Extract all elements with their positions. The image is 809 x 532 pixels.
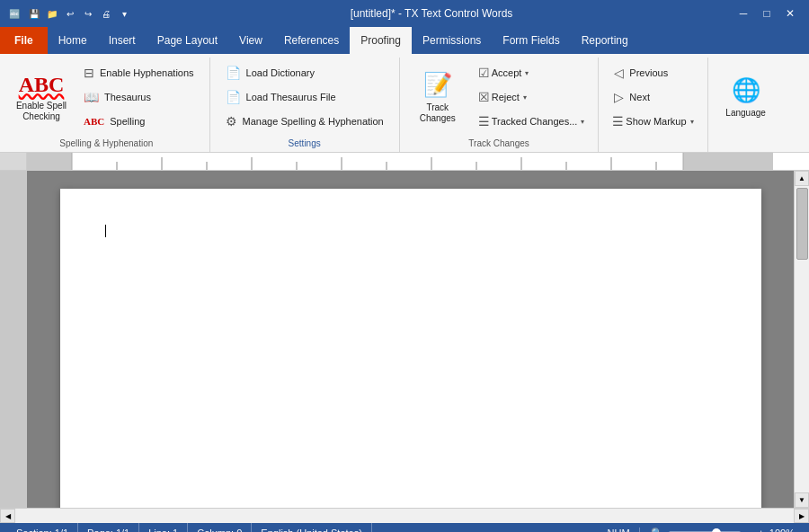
dropdown-icon[interactable]: ▾ (117, 6, 131, 21)
maximize-button[interactable]: □ (755, 4, 778, 22)
title-bar-left: 🔤 💾 📁 ↩ ↪ 🖨 ▾ (7, 6, 131, 21)
accept-dropdown-icon[interactable]: ▾ (525, 69, 529, 77)
scroll-track[interactable] (795, 186, 809, 492)
vertical-scrollbar[interactable]: ▲ ▼ (794, 171, 809, 508)
save-icon[interactable]: 💾 (27, 6, 41, 21)
load-thesaurus-icon: 📄 (226, 90, 241, 104)
show-markup-button[interactable]: ☰ Show Markup ▾ (606, 110, 699, 133)
next-icon: ▷ (614, 90, 624, 104)
spelling-group-label: Spelling & Hyphenation (11, 135, 202, 152)
app-icon: 🔤 (7, 6, 22, 21)
track-changes-button[interactable]: 📝 TrackChanges (407, 61, 468, 133)
accept-button[interactable]: ☑ Accept ▾ (472, 61, 591, 84)
scroll-left-button[interactable]: ◀ (0, 509, 15, 523)
show-markup-dropdown-icon[interactable]: ▾ (690, 118, 694, 126)
menu-bar: File Home Insert Page Layout View Refere… (0, 27, 809, 54)
thesaurus-button[interactable]: 📖 Thesaurus (76, 85, 202, 109)
reject-dropdown-icon[interactable]: ▾ (523, 93, 527, 102)
menu-file[interactable]: File (0, 27, 48, 54)
ribbon-group-track-content: 📝 TrackChanges ☑ Accept ▾ ☒ Reject ▾ ☰ T… (407, 61, 591, 135)
menu-proofing[interactable]: Proofing (350, 27, 412, 54)
document-scroll-area[interactable] (27, 171, 794, 508)
navigate-group-label (606, 145, 699, 152)
ribbon-group-language-content: 🌐 Language (716, 61, 777, 145)
spelling-small-col: ⊟ Enable Hyphenations 📖 Thesaurus ABC Sp… (76, 61, 202, 133)
spelling-icon: ABC (84, 116, 104, 127)
zoom-minus-icon[interactable]: ─ (746, 528, 753, 532)
reject-icon: ☒ (478, 90, 490, 104)
language-button[interactable]: 🌐 Language (716, 61, 777, 133)
text-cursor (105, 225, 106, 237)
navigate-small-col: ◁ Previous ▷ Next ☰ Show Markup ▾ (606, 61, 699, 133)
svg-rect-17 (0, 171, 27, 508)
undo-icon[interactable]: ↩ (63, 6, 77, 21)
next-button[interactable]: ▷ Next (606, 85, 699, 109)
svg-rect-1 (683, 153, 773, 170)
status-page: Page: 1/1 (78, 523, 139, 532)
zoom-level: 100% (769, 528, 795, 532)
enable-spell-checking-button[interactable]: ABC Enable SpellChecking (11, 61, 72, 133)
reject-button[interactable]: ☒ Reject ▾ (472, 85, 591, 109)
thesaurus-icon: 📖 (84, 90, 99, 104)
menu-page-layout[interactable]: Page Layout (147, 27, 228, 54)
load-thesaurus-button[interactable]: 📄 Load Thesaurus File (218, 85, 392, 109)
enable-hyphenations-label: Enable Hyphenations (100, 67, 194, 78)
main-area: ▲ ▼ (0, 171, 809, 508)
menu-reporting[interactable]: Reporting (571, 27, 639, 54)
tracked-changes-dropdown-icon[interactable]: ▾ (581, 118, 584, 126)
ribbon-group-spelling-content: ABC Enable SpellChecking ⊟ Enable Hyphen… (11, 61, 202, 135)
load-dictionary-label: Load Dictionary (246, 67, 315, 78)
load-thesaurus-label: Load Thesaurus File (246, 92, 336, 102)
load-dictionary-button[interactable]: 📄 Load Dictionary (218, 61, 392, 84)
document-page[interactable] (60, 189, 761, 508)
ribbon-group-language: 🌐 Language (708, 58, 784, 152)
scroll-down-button[interactable]: ▼ (795, 492, 809, 508)
ribbon-group-track-changes: 📝 TrackChanges ☑ Accept ▾ ☒ Reject ▾ ☰ T… (400, 58, 600, 152)
hscroll-track[interactable] (15, 509, 794, 523)
redo-icon[interactable]: ↪ (81, 6, 95, 21)
tracked-changes-label: Tracked Changes... (492, 116, 578, 127)
minimize-button[interactable]: ─ (732, 4, 755, 22)
status-section: Section: 1/1 (7, 523, 78, 532)
previous-icon: ◁ (614, 66, 624, 80)
quick-access-toolbar: 💾 📁 ↩ ↪ 🖨 ▾ (27, 6, 131, 21)
tracked-changes-button[interactable]: ☰ Tracked Changes... ▾ (472, 110, 591, 133)
horizontal-scrollbar[interactable]: ◀ ▶ (0, 508, 809, 523)
tracked-changes-icon: ☰ (478, 114, 490, 129)
spelling-button[interactable]: ABC Spelling (76, 110, 202, 133)
menu-references[interactable]: References (273, 27, 350, 54)
scroll-right-button[interactable]: ▶ (794, 509, 809, 523)
menu-home[interactable]: Home (48, 27, 98, 54)
menu-form-fields[interactable]: Form Fields (492, 27, 570, 54)
ribbon-group-settings-content: 📄 Load Dictionary 📄 Load Thesaurus File … (218, 61, 392, 135)
scroll-thumb[interactable] (796, 188, 808, 260)
track-changes-label: TrackChanges (420, 102, 456, 124)
window-title: [untitled]* - TX Text Control Words (351, 7, 513, 20)
previous-button[interactable]: ◁ Previous (606, 61, 699, 84)
menu-permissions[interactable]: Permissions (412, 27, 492, 54)
menu-view[interactable]: View (228, 27, 273, 54)
track-changes-small-col: ☑ Accept ▾ ☒ Reject ▾ ☰ Tracked Changes.… (472, 61, 591, 133)
enable-hyphenations-button[interactable]: ⊟ Enable Hyphenations (76, 61, 202, 84)
manage-spelling-button[interactable]: ⚙ Manage Spelling & Hyphenation (218, 110, 392, 133)
zoom-plus-icon[interactable]: + (758, 528, 763, 532)
track-changes-group-label: Track Changes (407, 135, 591, 152)
accept-icon: ☑ (478, 66, 490, 80)
svg-rect-0 (27, 153, 72, 170)
document-area: ▲ ▼ (27, 171, 809, 508)
ribbon: ABC Enable SpellChecking ⊟ Enable Hyphen… (0, 54, 809, 153)
zoom-thumb[interactable] (712, 528, 721, 532)
status-bar: Section: 1/1 Page: 1/1 Line: 1 Column: 0… (0, 523, 809, 532)
zoom-icon: 🔍 (651, 528, 663, 533)
zoom-controls[interactable]: 🔍 ─ + 100% (644, 528, 802, 533)
scroll-up-button[interactable]: ▲ (795, 171, 809, 186)
open-icon[interactable]: 📁 (45, 6, 59, 21)
menu-insert[interactable]: Insert (98, 27, 147, 54)
window-controls: ─ □ ✕ (732, 4, 802, 22)
close-button[interactable]: ✕ (778, 4, 802, 22)
status-num: NUM (599, 528, 640, 532)
language-label: Language (725, 108, 766, 119)
print-icon[interactable]: 🖨 (99, 6, 113, 21)
status-column: Column: 0 (188, 523, 252, 532)
settings-group-label: Settings (218, 135, 392, 152)
